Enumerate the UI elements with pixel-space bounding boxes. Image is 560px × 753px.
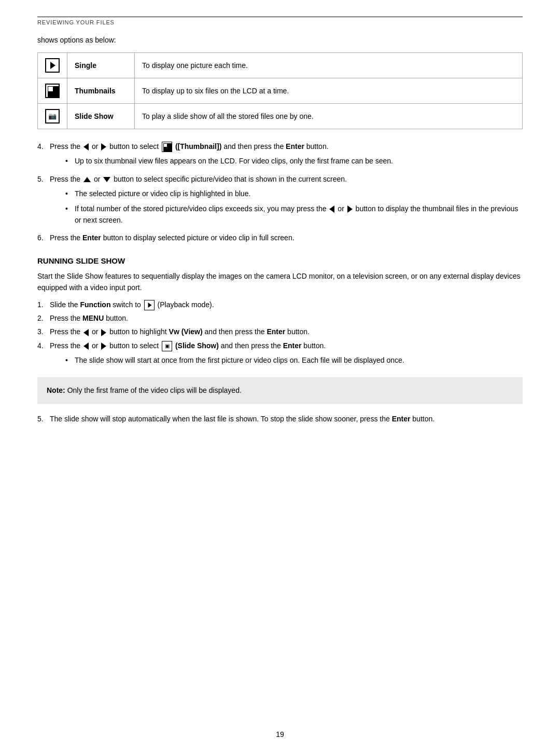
header-bar: Reviewing Your Files [37,17,523,29]
step-ss-2-content: Press the MENU button. [50,312,523,324]
left-arrow-icon-2 [329,206,334,213]
table-row: 📷 Slide Show To play a slide show of all… [38,104,523,129]
step-6: 6. Press the Enter button to display sel… [37,232,523,243]
step-5-bullets: The selected picture or video clip is hi… [65,188,523,226]
step-num-ss-2: 2. [37,312,50,324]
enter-bold-1: Enter [286,142,304,150]
or-text-5: or [92,341,98,350]
step-ss-5: 5. The slide show will stop automaticall… [37,413,523,425]
step-ss-3-content: Press the or button to highlight Vw (Vie… [50,326,523,337]
step-5-select: 5. Press the or button to select specifi… [37,173,523,230]
slideshow-bold: (Slide Show) [175,341,219,350]
left-arrow-icon-4 [83,343,89,350]
step-num-ss-1: 1. [37,299,50,310]
step-num-6: 6. [37,232,50,243]
bullet-item: The selected picture or video clip is hi… [65,188,523,199]
thumbnails-icon-cell [38,78,67,104]
step-ss-2: 2. Press the MENU button. [37,312,523,324]
step-4-bullets: Up to six thumbnail view files appears o… [65,155,523,167]
enter-bold-2: Enter [82,234,101,242]
page-number: 19 [276,730,284,738]
step-ss-1: 1. Slide the Function switch to (Playbac… [37,299,523,310]
right-arrow-icon-4 [101,343,106,350]
step-num-5: 5. [37,173,50,185]
step-6-content: Press the Enter button to display select… [50,232,523,243]
table-row: Thumbnails To display up to six files on… [38,78,523,104]
inline-slideshow-icon: ▣ [162,341,172,351]
function-bold: Function [80,300,110,309]
inline-thumbnails-icon [162,142,172,152]
play-icon-cell [38,53,67,78]
section-intro: Start the Slide Show features to sequent… [37,270,523,294]
left-arrow-icon-3 [83,329,89,336]
page: Reviewing Your Files shows options as be… [0,0,560,753]
thumbnails-label: Thumbnails [67,78,135,104]
or-text: or [92,142,98,150]
step-num-ss-4: 4. [37,340,50,351]
intro-text: shows options as below: [37,36,523,44]
thumbnails-icon [45,84,60,98]
single-label: Single [67,53,135,78]
step-ss-1-content: Slide the Function switch to (Playback m… [50,299,523,310]
slideshow-label: Slide Show [67,104,135,129]
bullet-item: The slide show will start at once from t… [65,354,523,366]
step-ss-4-bullets: The slide show will start at once from t… [65,354,523,366]
up-arrow-icon [83,177,91,182]
note-box: Note: Only the first frame of the video … [37,377,523,403]
down-arrow-icon [103,177,110,182]
or-text-2: or [94,175,100,183]
slideshow-icon: 📷 [45,109,60,124]
right-arrow-icon [101,143,106,150]
options-table: Single To display one picture each time.… [37,52,523,129]
step-4-content: Press the or button to select ([Thumbnai… [50,141,523,171]
or-text-3: or [338,204,344,213]
enter-bold-3: Enter [267,327,285,336]
thumbnails-description: To display up to six files on the LCD at… [135,78,523,104]
play-icon [45,58,60,73]
right-arrow-icon-2 [347,206,353,213]
thumbnail-bold: ([Thumbnail]) [175,142,221,150]
step-5-content: Press the or button to select specific p… [50,173,523,230]
or-text-4: or [92,327,98,336]
view-bold: Vw (View) [169,327,203,336]
step-num-ss-3: 3. [37,326,50,337]
menu-bold: MENU [82,314,104,322]
step-ss-4: 4. Press the or button to select ▣ (Slid… [37,340,523,371]
right-arrow-icon-3 [101,329,106,336]
bullet-item: If total number of the stored picture/vi… [65,203,523,226]
step-num-ss-5: 5. [37,413,50,425]
bullet-item: Up to six thumbnail view files appears o… [65,155,523,167]
note-label: Note: [47,386,65,394]
step-num-4: 4. [37,141,50,152]
single-description: To display one picture each time. [135,53,523,78]
table-row: Single To display one picture each time. [38,53,523,78]
slideshow-description: To play a slide show of all the stored f… [135,104,523,129]
left-arrow-icon [83,143,89,150]
header-label: Reviewing Your Files [37,19,523,25]
slideshow-icon-cell: 📷 [38,104,67,129]
step-ss-3: 3. Press the or button to highlight Vw (… [37,326,523,337]
note-text: Only the first frame of the video clips … [67,386,242,394]
step-4-thumbnail: 4. Press the or button to select ([Thumb… [37,141,523,171]
inline-play-icon [144,300,155,310]
section-heading: RUNNING SLIDE SHOW [37,256,523,265]
enter-bold-5: Enter [392,415,411,423]
step-ss-4-content: Press the or button to select ▣ (Slide S… [50,340,523,371]
step-ss-5-content: The slide show will stop automatically w… [50,413,523,425]
enter-bold-4: Enter [283,341,302,350]
